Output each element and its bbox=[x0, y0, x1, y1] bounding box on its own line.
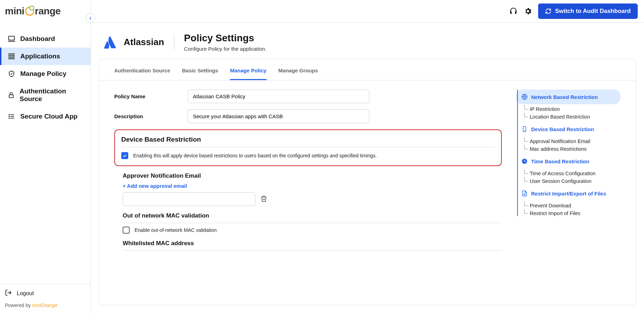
sidebar-item-auth-source[interactable]: Authentication Source bbox=[0, 83, 91, 108]
powered-link[interactable]: miniOrange bbox=[32, 303, 57, 308]
sidebar-item-label: Dashboard bbox=[20, 35, 55, 43]
description-label: Description bbox=[114, 113, 188, 119]
device-restriction-checkbox[interactable] bbox=[121, 152, 128, 159]
list-icon bbox=[8, 113, 15, 120]
rnav-approval-email[interactable]: Approval Notification Email bbox=[516, 138, 621, 144]
sidebar-item-secure-cloud[interactable]: Secure Cloud App bbox=[0, 108, 91, 125]
powered-by: Powered by miniOrange bbox=[0, 303, 91, 313]
rnav-restrict-import[interactable]: Restrict Import of Files bbox=[516, 211, 621, 216]
whitelist-mac-title: Whitelisted MAC address bbox=[123, 240, 502, 247]
sidebar-collapse-button[interactable] bbox=[86, 13, 95, 23]
headset-icon bbox=[509, 7, 518, 15]
tabs: Authentication Source Basic Settings Man… bbox=[99, 59, 636, 80]
sidebar-nav: Dashboard Applications Manage Policy Aut… bbox=[0, 23, 91, 284]
svg-point-11 bbox=[9, 116, 10, 117]
svg-point-10 bbox=[9, 114, 10, 115]
svg-rect-0 bbox=[9, 36, 15, 40]
rnav-time-access[interactable]: Time of Access Configuration bbox=[516, 171, 621, 176]
file-icon bbox=[521, 190, 528, 197]
laptop-icon bbox=[8, 35, 15, 43]
page-header: Atlassian Policy Settings Configure Poli… bbox=[91, 23, 644, 59]
sidebar-item-applications[interactable]: Applications bbox=[0, 48, 91, 65]
delete-email-button[interactable] bbox=[260, 195, 267, 204]
rnav-restrict-files[interactable]: Restrict Import/Export of Files bbox=[516, 186, 621, 201]
policy-name-label: Policy Name bbox=[114, 93, 188, 99]
add-approval-email-link[interactable]: + Add new approval email bbox=[123, 183, 502, 189]
svg-rect-4 bbox=[9, 57, 11, 59]
topbar: Switch to Audit Dashboard bbox=[91, 0, 644, 23]
rnav-location-restriction[interactable]: Location Based Restriction bbox=[516, 114, 621, 120]
device-restriction-title: Device Based Restriction bbox=[121, 136, 495, 143]
rnav-mac-restrictions[interactable]: Mac address Restrictions bbox=[516, 146, 621, 152]
form-area: Policy Name Description Device Based Res… bbox=[114, 90, 502, 296]
chevron-left-icon bbox=[88, 16, 93, 21]
trash-icon bbox=[260, 195, 267, 202]
app-name: Atlassian bbox=[124, 37, 164, 48]
tab-manage-policy[interactable]: Manage Policy bbox=[230, 67, 266, 80]
atlassian-logo-icon bbox=[103, 35, 117, 49]
approval-email-input[interactable] bbox=[123, 192, 255, 206]
page-subtitle: Configure Policy for the application. bbox=[184, 46, 267, 52]
sidebar-item-label: Applications bbox=[20, 52, 60, 60]
switch-dashboard-button[interactable]: Switch to Audit Dashboard bbox=[538, 3, 638, 19]
content-card: Authentication Source Basic Settings Man… bbox=[99, 59, 636, 305]
tab-manage-groups[interactable]: Manage Groups bbox=[278, 67, 318, 80]
mac-validation-checkbox[interactable] bbox=[123, 227, 130, 234]
logout-label: Logout bbox=[17, 290, 34, 297]
svg-rect-2 bbox=[9, 54, 11, 56]
sidebar-item-label: Manage Policy bbox=[20, 70, 66, 78]
shield-check-icon bbox=[8, 70, 15, 77]
sidebar-item-manage-policy[interactable]: Manage Policy bbox=[0, 65, 91, 83]
device-restriction-desc: Enabling this will apply device based re… bbox=[133, 153, 377, 158]
tab-basic-settings[interactable]: Basic Settings bbox=[182, 67, 218, 80]
sync-icon bbox=[545, 8, 551, 14]
clock-icon bbox=[521, 158, 528, 164]
rnav-device[interactable]: Device Based Restriction bbox=[516, 122, 621, 136]
sidebar-item-label: Authentication Source bbox=[20, 87, 83, 103]
rnav-ip-restriction[interactable]: IP Restriction bbox=[516, 106, 621, 112]
rnav-time[interactable]: Time Based Restriction bbox=[516, 154, 621, 169]
rnav-prevent-download[interactable]: Prevent Download bbox=[516, 203, 621, 208]
logout-button[interactable]: Logout bbox=[0, 284, 91, 303]
globe-icon bbox=[521, 94, 528, 100]
switch-dashboard-label: Switch to Audit Dashboard bbox=[555, 8, 631, 15]
rnav-session-config[interactable]: User Session Configuration bbox=[516, 178, 621, 184]
svg-rect-5 bbox=[12, 57, 14, 59]
description-input[interactable] bbox=[188, 109, 369, 123]
gear-icon bbox=[524, 7, 532, 15]
sidebar: minirange Dashboard Applications bbox=[0, 0, 91, 313]
sidebar-item-dashboard[interactable]: Dashboard bbox=[0, 30, 91, 48]
logout-icon bbox=[5, 289, 12, 298]
support-button[interactable] bbox=[509, 7, 518, 16]
app-identity: Atlassian bbox=[103, 35, 174, 49]
main: Switch to Audit Dashboard Atlassian Poli… bbox=[91, 0, 644, 313]
policy-name-input[interactable] bbox=[188, 90, 369, 103]
sidebar-footer: Logout Powered by miniOrange bbox=[0, 284, 91, 313]
logo: minirange bbox=[0, 0, 91, 23]
svg-point-12 bbox=[9, 118, 10, 119]
check-icon bbox=[122, 153, 127, 158]
device-restriction-block: Device Based Restriction Enabling this w… bbox=[114, 129, 502, 166]
policy-section-nav: Network Based Restriction IP Restriction… bbox=[516, 90, 621, 296]
lock-icon bbox=[8, 92, 15, 99]
mobile-icon bbox=[521, 126, 528, 132]
svg-rect-3 bbox=[12, 54, 14, 56]
sidebar-item-label: Secure Cloud App bbox=[20, 113, 78, 120]
page-title: Policy Settings bbox=[184, 33, 267, 44]
approver-email-title: Approver Notification Email bbox=[123, 172, 502, 179]
mac-validation-title: Out of network MAC validation bbox=[123, 212, 502, 219]
tab-auth-source[interactable]: Authentication Source bbox=[114, 67, 170, 80]
settings-button[interactable] bbox=[523, 7, 533, 16]
apps-grid-icon bbox=[8, 53, 15, 60]
rnav-network[interactable]: Network Based Restriction bbox=[516, 90, 621, 104]
mac-validation-label: Enable out-of-network MAC validation bbox=[135, 227, 217, 233]
svg-rect-6 bbox=[9, 95, 13, 98]
